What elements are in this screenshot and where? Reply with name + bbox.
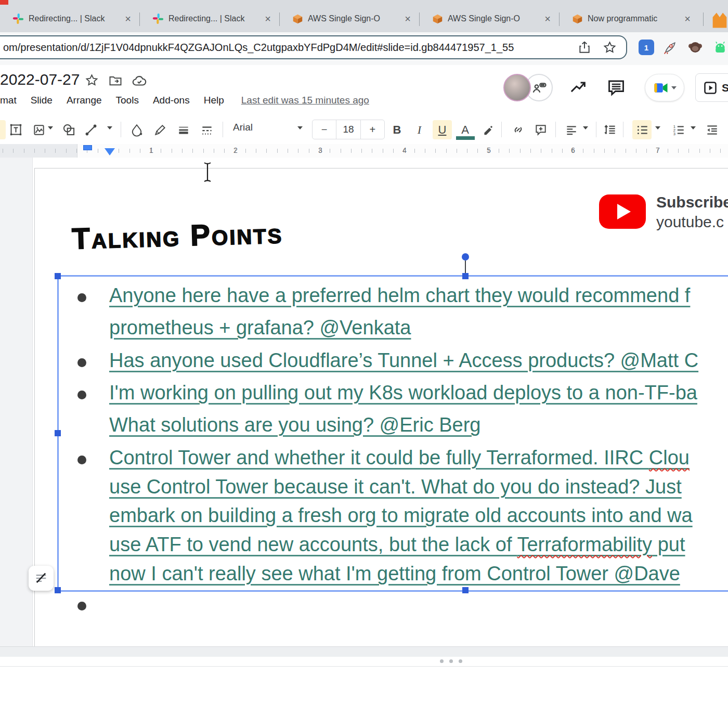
tab-now-programmatic[interactable]: Now programmatic ×	[567, 7, 697, 31]
font-family-select[interactable]: Arial	[233, 122, 301, 133]
increase-indent-button[interactable]	[724, 120, 728, 139]
font-size-value[interactable]: 18	[336, 120, 360, 139]
bullet-line[interactable]: now I can't really see what I'm getting …	[109, 563, 680, 590]
bullet-line[interactable]: use ATF to vend new accounts, but the la…	[109, 534, 685, 561]
numbered-list-button[interactable]: 123	[669, 120, 688, 139]
add-comment-button[interactable]	[531, 120, 550, 139]
empty-bullet-marker	[77, 602, 86, 610]
fill-color-button[interactable]	[127, 120, 146, 139]
tab-close-icon[interactable]: ×	[543, 14, 552, 24]
toolbar-separator	[501, 122, 502, 137]
bullet-line[interactable]: use Control Tower because it can't. What…	[109, 476, 682, 503]
resize-handle-bottom-left[interactable]	[55, 587, 61, 593]
border-color-button[interactable]	[150, 120, 170, 139]
bullet-line[interactable]: What solutions are you using? @Eric Berg	[109, 414, 480, 441]
comments-icon[interactable]	[606, 78, 626, 97]
first-line-indent-marker[interactable]	[83, 145, 92, 150]
text-overflow-indicator-button[interactable]	[29, 566, 54, 591]
bullet-line[interactable]: prometheus + grafana? @Venkata	[109, 317, 411, 344]
tab-close-icon[interactable]: ×	[404, 14, 412, 24]
insert-line-button[interactable]	[81, 120, 100, 139]
select-tool-highlight[interactable]	[0, 120, 6, 139]
toolbar-separator	[596, 122, 596, 137]
line-dropdown-caret[interactable]	[107, 126, 112, 129]
slideshow-button[interactable]: S	[695, 73, 728, 102]
numbered-dropdown-caret[interactable]	[691, 126, 696, 129]
aws-icon	[432, 14, 443, 24]
cloud-saved-icon[interactable]	[132, 73, 147, 89]
left-indent-marker[interactable]	[105, 148, 115, 155]
line-text: embark on building a fresh org to migrat…	[109, 504, 693, 526]
meet-dropdown-caret[interactable]	[671, 86, 677, 89]
align-button[interactable]	[562, 120, 581, 139]
tab-close-icon[interactable]: ×	[124, 14, 132, 24]
insert-link-button[interactable]	[509, 120, 528, 139]
bullet-line[interactable]: Has anyone used Cloudflare’s Tunnel + Ac…	[109, 349, 698, 376]
bullet-line[interactable]: I'm working on pulling out my K8s worklo…	[109, 382, 697, 409]
speaker-notes-divider[interactable]	[0, 657, 728, 667]
bullet-line[interactable]: Anyone here have a preferred helm chart …	[109, 284, 690, 311]
ruler-number: 6	[571, 146, 575, 154]
document-title[interactable]: 2022-07-27	[0, 71, 80, 88]
menu-tools[interactable]: Tools	[116, 95, 139, 106]
menu-help[interactable]: Help	[204, 95, 224, 106]
extension-monkey-icon[interactable]	[687, 40, 703, 55]
image-dropdown-caret[interactable]	[48, 126, 53, 129]
line-text: use Control Tower because it can't. What…	[109, 476, 682, 498]
italic-button[interactable]: I	[410, 120, 429, 139]
trending-activity-icon[interactable]	[569, 79, 588, 97]
extension-1password-icon[interactable]: 1	[639, 40, 654, 55]
insert-shape-button[interactable]	[59, 120, 79, 139]
tab-aws-2[interactable]: AWS Single Sign-O ×	[427, 7, 557, 31]
extension-android-icon[interactable]	[712, 40, 728, 55]
notes-resize-handle-icon[interactable]	[440, 659, 462, 663]
bold-button[interactable]: B	[387, 120, 407, 139]
bullet-line[interactable]: Control Tower and whether it could be fu…	[109, 447, 690, 474]
italic-label: I	[418, 123, 421, 137]
tab-close-icon[interactable]: ×	[264, 14, 272, 24]
ruler-number: 5	[487, 146, 491, 154]
bullet-marker	[77, 358, 86, 367]
font-dropdown-caret[interactable]	[297, 126, 303, 129]
border-dash-button[interactable]	[197, 120, 216, 139]
bulleted-list-button[interactable]	[632, 120, 652, 139]
font-size-decrease-button[interactable]: −	[313, 120, 336, 139]
extension-rocket-icon[interactable]	[662, 40, 678, 55]
tab-slack-1[interactable]: Redirecting... | Slack ×	[7, 7, 137, 31]
rotation-handle[interactable]	[462, 253, 469, 261]
last-edit-link[interactable]: Last edit was 15 minutes ago	[241, 95, 369, 106]
resize-handle-bottom-center[interactable]	[462, 587, 469, 593]
bullets-dropdown-caret[interactable]	[655, 126, 660, 129]
favorite-star-icon[interactable]	[85, 73, 99, 87]
decrease-indent-button[interactable]	[702, 120, 721, 139]
meet-button[interactable]	[645, 74, 684, 101]
resize-handle-top-left[interactable]	[55, 273, 61, 279]
underline-button[interactable]: U	[433, 120, 452, 139]
menu-addons[interactable]: Add-ons	[153, 95, 190, 106]
highlight-color-button[interactable]	[478, 120, 498, 139]
text-box-button[interactable]	[6, 120, 25, 139]
border-weight-button[interactable]	[174, 120, 193, 139]
share-icon[interactable]	[578, 41, 591, 54]
font-size-increase-button[interactable]: +	[361, 120, 384, 139]
menu-format-clipped[interactable]: mat	[0, 95, 17, 106]
address-bar[interactable]: om/presentation/d/1ZjF1V04dpnukkF4QZGAJO…	[0, 35, 627, 59]
bookmark-star-icon[interactable]	[603, 41, 617, 55]
ruler-number: 1	[149, 146, 153, 154]
resize-handle-top-center[interactable]	[462, 273, 469, 279]
menu-arrange[interactable]: Arrange	[67, 95, 102, 106]
url-text[interactable]: om/presentation/d/1ZjF1V04dpnukkF4QZGAJO…	[3, 42, 573, 54]
insert-image-button[interactable]	[29, 120, 48, 139]
menu-slide[interactable]: Slide	[31, 95, 53, 106]
line-text: now I can't really see what I'm getting …	[109, 563, 680, 584]
align-dropdown-caret[interactable]	[583, 126, 588, 129]
move-folder-icon[interactable]	[108, 73, 123, 88]
resize-handle-mid-left[interactable]	[55, 430, 61, 436]
line-spacing-button[interactable]	[600, 120, 619, 139]
tab-aws-1[interactable]: AWS Single Sign-O ×	[287, 7, 417, 31]
tab-slack-2[interactable]: Redirecting... | Slack ×	[147, 7, 277, 31]
user-avatar[interactable]	[503, 74, 531, 101]
tab-close-icon[interactable]: ×	[683, 14, 692, 24]
bullet-line[interactable]: embark on building a fresh org to migrat…	[109, 504, 693, 531]
slide-title[interactable]: Talking Points	[71, 215, 283, 255]
